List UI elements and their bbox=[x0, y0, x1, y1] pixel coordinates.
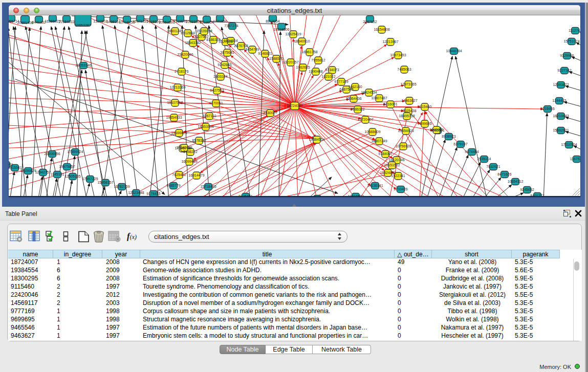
svg-text:19166825: 19166825 bbox=[171, 131, 187, 135]
svg-text:9474444: 9474444 bbox=[465, 150, 478, 154]
svg-text:8938923: 8938923 bbox=[442, 135, 455, 138]
svg-text:8441332: 8441332 bbox=[32, 20, 46, 24]
svg-text:8454749: 8454749 bbox=[245, 48, 259, 51]
svg-text:14353594: 14353594 bbox=[198, 125, 213, 128]
svg-text:9146821: 9146821 bbox=[258, 52, 272, 55]
svg-text:7485063: 7485063 bbox=[397, 68, 411, 71]
svg-text:3498222: 3498222 bbox=[183, 150, 197, 154]
svg-text:8578332: 8578332 bbox=[192, 139, 206, 142]
svg-text:6379197: 6379197 bbox=[453, 142, 467, 146]
svg-text:17046798: 17046798 bbox=[176, 146, 192, 149]
svg-text:13220157: 13220157 bbox=[282, 60, 298, 64]
svg-text:8401277: 8401277 bbox=[530, 194, 544, 196]
svg-text:18424534: 18424534 bbox=[361, 91, 377, 94]
svg-text:1167533: 1167533 bbox=[570, 157, 580, 161]
svg-text:15720407: 15720407 bbox=[357, 118, 373, 121]
svg-text:9485779: 9485779 bbox=[166, 184, 180, 187]
svg-text:10688609: 10688609 bbox=[364, 130, 380, 134]
svg-text:9184067: 9184067 bbox=[378, 152, 392, 156]
svg-text:15751074: 15751074 bbox=[563, 39, 579, 43]
svg-text:6216001: 6216001 bbox=[383, 102, 397, 106]
svg-text:1733426: 1733426 bbox=[394, 187, 407, 191]
svg-text:1112741: 1112741 bbox=[569, 29, 580, 32]
svg-text:15718485: 15718485 bbox=[200, 185, 216, 188]
svg-text:16099489: 16099489 bbox=[181, 160, 197, 163]
svg-text:1327602: 1327602 bbox=[93, 19, 107, 23]
svg-text:2986322: 2986322 bbox=[351, 107, 364, 111]
svg-text:8912894: 8912894 bbox=[181, 31, 194, 35]
svg-text:2087652: 2087652 bbox=[363, 20, 377, 24]
svg-text:23420046: 23420046 bbox=[177, 53, 193, 56]
svg-text:12093872: 12093872 bbox=[553, 83, 569, 86]
svg-text:9245652: 9245652 bbox=[520, 188, 534, 191]
svg-text:16120746: 16120746 bbox=[388, 158, 404, 162]
svg-text:9227342: 9227342 bbox=[557, 69, 571, 72]
svg-text:1354604: 1354604 bbox=[224, 39, 237, 42]
svg-text:12213967: 12213967 bbox=[382, 40, 398, 43]
svg-text:17010504: 17010504 bbox=[561, 143, 577, 146]
svg-text:14463627: 14463627 bbox=[401, 99, 417, 102]
svg-text:18724007: 18724007 bbox=[287, 104, 302, 107]
svg-text:1244415: 1244415 bbox=[552, 99, 566, 102]
svg-text:20364436: 20364436 bbox=[345, 97, 361, 100]
svg-text:16543382: 16543382 bbox=[185, 41, 201, 45]
svg-text:16971355: 16971355 bbox=[132, 19, 148, 23]
svg-text:1522341: 1522341 bbox=[391, 174, 405, 178]
svg-text:1962615: 1962615 bbox=[296, 65, 310, 69]
svg-text:2718176: 2718176 bbox=[175, 70, 188, 73]
svg-text:12213369: 12213369 bbox=[169, 85, 185, 89]
svg-text:10756928: 10756928 bbox=[395, 144, 411, 148]
svg-text:20053591: 20053591 bbox=[159, 20, 175, 24]
svg-text:9115460: 9115460 bbox=[418, 105, 432, 108]
svg-text:15226058: 15226058 bbox=[196, 29, 212, 33]
svg-text:9174415: 9174415 bbox=[146, 192, 160, 195]
svg-text:18640910: 18640910 bbox=[294, 39, 310, 43]
svg-text:18495758: 18495758 bbox=[399, 114, 415, 118]
svg-text:3875645: 3875645 bbox=[220, 51, 234, 54]
svg-text:10648784: 10648784 bbox=[446, 49, 462, 53]
svg-text:1145191: 1145191 bbox=[51, 172, 64, 176]
svg-text:7625402: 7625402 bbox=[172, 173, 186, 177]
svg-text:8427552: 8427552 bbox=[210, 89, 224, 92]
svg-text:1588520: 1588520 bbox=[269, 57, 283, 60]
svg-text:8471626: 8471626 bbox=[497, 172, 511, 176]
svg-text:4170061: 4170061 bbox=[209, 101, 223, 105]
svg-text:7357274: 7357274 bbox=[224, 24, 238, 28]
svg-text:20206556: 20206556 bbox=[44, 152, 60, 156]
svg-text:16914479: 16914479 bbox=[188, 173, 204, 177]
svg-text:16961758: 16961758 bbox=[301, 50, 317, 54]
svg-text:10807487: 10807487 bbox=[371, 96, 387, 100]
svg-text:19975857: 19975857 bbox=[59, 165, 75, 168]
svg-text:16151512: 16151512 bbox=[384, 163, 400, 167]
svg-text:2330027: 2330027 bbox=[263, 111, 277, 115]
svg-text:10653287: 10653287 bbox=[75, 24, 91, 27]
svg-text:14136141: 14136141 bbox=[367, 184, 383, 187]
svg-text:16210643: 16210643 bbox=[553, 114, 569, 118]
svg-text:12505135: 12505135 bbox=[64, 174, 80, 178]
svg-text:3267110: 3267110 bbox=[203, 114, 216, 118]
svg-text:16154808: 16154808 bbox=[374, 28, 389, 31]
svg-text:10654112: 10654112 bbox=[508, 180, 524, 183]
svg-text:20154033: 20154033 bbox=[58, 20, 74, 24]
svg-text:9734073: 9734073 bbox=[325, 68, 339, 72]
svg-text:2876768: 2876768 bbox=[234, 44, 248, 48]
svg-text:9329966: 9329966 bbox=[560, 54, 574, 57]
svg-text:12973165: 12973165 bbox=[400, 82, 416, 86]
svg-text:20691406: 20691406 bbox=[17, 21, 33, 25]
svg-text:20053346: 20053346 bbox=[75, 63, 91, 67]
svg-text:7955812: 7955812 bbox=[311, 58, 325, 62]
svg-text:17957225: 17957225 bbox=[82, 177, 98, 181]
svg-text:13325419: 13325419 bbox=[285, 32, 301, 36]
svg-text:8813054: 8813054 bbox=[266, 19, 279, 23]
svg-text:19654933: 19654933 bbox=[166, 116, 182, 119]
svg-text:10025438: 10025438 bbox=[400, 109, 416, 113]
svg-text:1921850: 1921850 bbox=[213, 19, 227, 23]
svg-text:19218506: 19218506 bbox=[273, 28, 289, 31]
svg-text:7462160: 7462160 bbox=[348, 85, 362, 89]
svg-text:19384554: 19384554 bbox=[309, 138, 324, 141]
svg-text:8215955: 8215955 bbox=[540, 107, 554, 111]
svg-text:9699695: 9699695 bbox=[418, 122, 431, 125]
svg-text:2935114: 2935114 bbox=[477, 157, 491, 161]
svg-text:12342757: 12342757 bbox=[35, 170, 51, 174]
svg-text:7632621: 7632621 bbox=[486, 165, 500, 168]
